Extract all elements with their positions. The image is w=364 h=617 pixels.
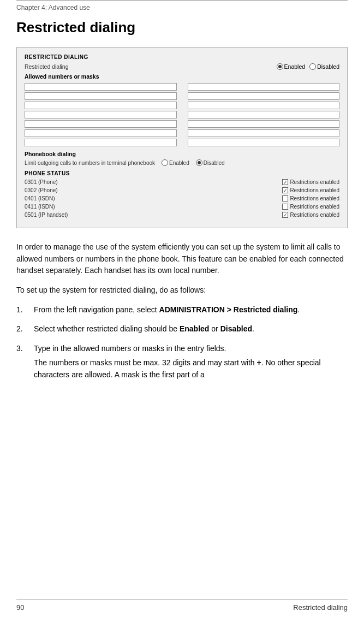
- step-3: 3. Type in the allowed numbers or masks …: [16, 343, 348, 381]
- phonebook-row-text: Limit outgoing calls to numbers in termi…: [25, 160, 155, 166]
- disabled-radio-option[interactable]: Disabled: [309, 63, 339, 70]
- restricted-dialing-label: Restricted dialing: [25, 63, 69, 70]
- checkbox-checked-icon: ✓: [282, 187, 288, 193]
- status-label-0302: 0302 (Phone): [25, 187, 58, 193]
- step-1-num: 1.: [16, 304, 28, 316]
- step-1-bold: ADMINISTRATION > Restricted dialing: [159, 305, 298, 314]
- input-field[interactable]: [25, 83, 177, 91]
- checkbox-checked-icon: ✓: [282, 212, 288, 218]
- restrictions-enabled-text-0501: Restrictions enabled: [290, 212, 339, 218]
- status-value-0301[interactable]: ✓ Restrictions enabled: [282, 179, 339, 185]
- phonebook-enabled-radio[interactable]: Enabled: [162, 159, 189, 166]
- restrictions-enabled-text-0411: Restrictions enabled: [290, 204, 339, 210]
- status-label-0501: 0501 (IP handset): [25, 212, 68, 218]
- input-field[interactable]: [25, 129, 177, 137]
- input-field[interactable]: [25, 111, 177, 118]
- input-field[interactable]: [188, 92, 340, 100]
- step-3-sub: The numbers or masks must be max. 32 dig…: [34, 357, 348, 381]
- status-value-0411[interactable]: Restrictions enabled: [282, 204, 339, 210]
- step-2-bold-enabled: Enabled: [180, 324, 209, 333]
- status-value-0302[interactable]: ✓ Restrictions enabled: [282, 187, 339, 193]
- restrictions-enabled-text-0401: Restrictions enabled: [290, 195, 339, 201]
- step-2: 2. Select whether restricted dialing sho…: [16, 323, 348, 335]
- input-field[interactable]: [25, 139, 177, 146]
- phonebook-section: Phonebook dialing Limit outgoing calls t…: [25, 151, 339, 166]
- enabled-radio-checked-icon: [277, 63, 283, 70]
- status-label-0401: 0401 (ISDN): [25, 195, 55, 201]
- status-row-0301: 0301 (Phone) ✓ Restrictions enabled: [25, 179, 339, 185]
- body-paragraph: In order to manage the use of the system…: [16, 241, 348, 277]
- restricted-dialing-radio-group[interactable]: Enabled Disabled: [277, 63, 339, 70]
- input-field[interactable]: [188, 102, 340, 109]
- page-title: Restricted dialing: [16, 19, 348, 36]
- status-row-0411: 0411 (ISDN) Restrictions enabled: [25, 204, 339, 210]
- phonebook-label: Phonebook dialing: [25, 151, 339, 157]
- panel-title: RESTRICTED DIALING: [25, 54, 339, 60]
- step-2-content: Select whether restricted dialing should…: [34, 323, 348, 335]
- phone-status-section: PHONE STATUS 0301 (Phone) ✓ Restrictions…: [25, 170, 339, 218]
- checkbox-unchecked-icon: [282, 204, 288, 210]
- status-value-0401[interactable]: Restrictions enabled: [282, 195, 339, 201]
- intro-steps: To set up the system for restricted dial…: [16, 284, 348, 296]
- step-1: 1. From the left navigation pane, select…: [16, 304, 348, 316]
- status-label-0301: 0301 (Phone): [25, 179, 58, 185]
- allowed-section-label: Allowed numbers or masks: [25, 73, 339, 80]
- phonebook-enabled-label: Enabled: [169, 160, 189, 166]
- restrictions-enabled-text-0301: Restrictions enabled: [290, 179, 339, 185]
- footer-page-num: 90: [16, 603, 24, 612]
- disabled-label: Disabled: [317, 63, 339, 70]
- input-field[interactable]: [188, 83, 340, 91]
- input-field[interactable]: [188, 120, 340, 128]
- input-field[interactable]: [25, 102, 177, 109]
- step-3-num: 3.: [16, 343, 28, 381]
- steps-list: 1. From the left navigation pane, select…: [16, 304, 348, 381]
- ui-panel: RESTRICTED DIALING Restricted dialing En…: [16, 47, 348, 228]
- main-content: Restricted dialing RESTRICTED DIALING Re…: [0, 14, 364, 600]
- step-2-num: 2.: [16, 323, 28, 335]
- input-col-right: [188, 83, 340, 146]
- input-columns: [25, 83, 339, 146]
- phonebook-enabled-radio-icon: [162, 159, 168, 166]
- input-field[interactable]: [188, 139, 340, 146]
- input-col-left: [25, 83, 177, 146]
- chapter-header: Chapter 4: Advanced use: [0, 1, 364, 14]
- phonebook-disabled-radio[interactable]: Disabled: [196, 159, 225, 166]
- footer-label: Restricted dialing: [293, 603, 348, 612]
- step-3-content: Type in the allowed numbers or masks in …: [34, 343, 348, 381]
- phonebook-disabled-label: Disabled: [204, 160, 225, 166]
- input-field[interactable]: [188, 111, 340, 118]
- step-1-content: From the left navigation pane, select AD…: [34, 304, 348, 316]
- status-row-0401: 0401 (ISDN) Restrictions enabled: [25, 195, 339, 201]
- restrictions-enabled-text-0302: Restrictions enabled: [290, 187, 339, 193]
- input-field[interactable]: [25, 120, 177, 128]
- restricted-dialing-row: Restricted dialing Enabled Disabled: [25, 63, 339, 70]
- phonebook-disabled-radio-icon: [196, 159, 202, 166]
- status-label-0411: 0411 (ISDN): [25, 204, 55, 210]
- status-value-0501[interactable]: ✓ Restrictions enabled: [282, 212, 339, 218]
- step-2-bold-disabled: Disabled: [220, 324, 252, 333]
- checkbox-checked-icon: ✓: [282, 179, 288, 185]
- disabled-radio-unchecked-icon: [309, 63, 316, 70]
- status-row-0302: 0302 (Phone) ✓ Restrictions enabled: [25, 187, 339, 193]
- phonebook-row: Limit outgoing calls to numbers in termi…: [25, 159, 339, 166]
- input-field[interactable]: [25, 92, 177, 100]
- input-field[interactable]: [188, 129, 340, 137]
- enabled-radio-option[interactable]: Enabled: [277, 63, 306, 70]
- status-row-0501: 0501 (IP handset) ✓ Restrictions enabled: [25, 212, 339, 218]
- enabled-label: Enabled: [284, 63, 306, 70]
- footer: 90 Restricted dialing: [0, 600, 364, 617]
- checkbox-unchecked-icon: [282, 195, 288, 201]
- phone-status-title: PHONE STATUS: [25, 170, 339, 176]
